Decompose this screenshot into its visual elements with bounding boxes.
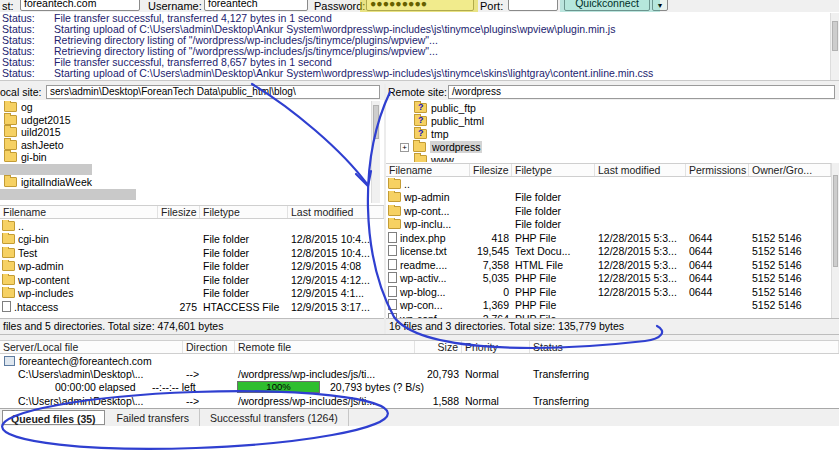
table-row[interactable]: readme....7,358HTML File12/28/2015 5:3..… bbox=[386, 258, 831, 271]
scrollbar-thumb[interactable] bbox=[832, 21, 838, 51]
tree-item[interactable]: gi-bin bbox=[4, 151, 47, 163]
tab-queued-files[interactable]: Queued files (35) bbox=[2, 410, 105, 425]
table-row[interactable]: wp-includesFile folder12/9/2015 4:1... bbox=[0, 286, 384, 299]
password-input[interactable]: ●●●●●●●●● bbox=[366, 0, 474, 11]
file-icon bbox=[388, 299, 397, 310]
tree-item[interactable]: tmp bbox=[414, 128, 449, 140]
filezilla-window: st: foreantech.com Username: foreantech … bbox=[0, 0, 839, 455]
table-row[interactable]: wp-blog...0PHP File12/28/2015 5:3...0644… bbox=[386, 285, 831, 298]
folder-icon bbox=[2, 234, 15, 244]
redacted-item bbox=[0, 189, 136, 200]
folder-icon bbox=[388, 219, 401, 229]
folder-icon bbox=[2, 288, 15, 298]
table-row[interactable]: wp-activ...5,035PHP File12/28/2015 5:3..… bbox=[386, 271, 831, 284]
scrollbar-thumb[interactable] bbox=[373, 105, 379, 139]
remote-list-scrollbar[interactable] bbox=[831, 163, 839, 318]
log-line: Status:Starting upload of C:\Users\admin… bbox=[0, 68, 829, 79]
message-log: Status:File transfer successful, transfe… bbox=[0, 13, 829, 80]
column-header[interactable]: Server/Local file bbox=[0, 341, 183, 353]
log-scrollbar[interactable] bbox=[830, 13, 839, 80]
column-header[interactable]: Size bbox=[415, 341, 462, 353]
time-left: --:--:-- left bbox=[152, 381, 196, 393]
column-header[interactable]: Filename bbox=[386, 164, 470, 176]
host-input[interactable]: foreantech.com bbox=[20, 0, 140, 11]
queue-server-row[interactable]: foreantech@foreantech.com bbox=[0, 354, 839, 367]
table-row[interactable]: cgi-binFile folder12/8/2015 10:4... bbox=[0, 232, 384, 245]
table-row[interactable]: wp-adminFile folder12/9/2015 4:08 bbox=[0, 259, 384, 272]
column-header[interactable]: Last modified bbox=[595, 164, 686, 176]
column-header[interactable]: Filesize bbox=[470, 164, 512, 176]
folder-icon bbox=[4, 115, 17, 125]
file-icon bbox=[388, 286, 397, 297]
column-header[interactable]: Filetype bbox=[200, 206, 288, 218]
queue-transfer-row[interactable]: C:\Users\admin\Desktop\... --> /wordpres… bbox=[0, 394, 839, 407]
local-tree-scrollbar[interactable] bbox=[371, 101, 380, 203]
column-header[interactable]: Filetype bbox=[512, 164, 595, 176]
tree-item[interactable]: og bbox=[4, 101, 33, 113]
table-row[interactable]: TestFile folder12/8/2015 10:4... bbox=[0, 246, 384, 259]
tree-item[interactable]: igitalIndiaWeek bbox=[4, 176, 92, 188]
folder-icon bbox=[388, 206, 401, 216]
table-row[interactable]: .htaccess275HTACCESS File12/9/2015 3:17.… bbox=[0, 300, 384, 313]
column-header[interactable]: Filesize bbox=[158, 206, 200, 218]
column-header[interactable]: Priority bbox=[462, 341, 530, 353]
quickconnect-button[interactable]: Quickconnect bbox=[564, 0, 650, 11]
tree-item[interactable]: public_html bbox=[414, 115, 484, 127]
column-header[interactable]: Status bbox=[530, 341, 839, 353]
table-row[interactable]: wp-con...1,369PHP File5152 5146 bbox=[386, 298, 831, 311]
tab-successful-transfers[interactable]: Successful transfers (1264) bbox=[200, 409, 349, 426]
host-label: st: bbox=[2, 0, 14, 12]
local-tree: og udget2015 uild2015 ashJeeto gi-bin ig… bbox=[0, 101, 371, 203]
tab-failed-transfers[interactable]: Failed transfers bbox=[107, 409, 200, 426]
scrollbar-thumb[interactable] bbox=[833, 175, 838, 267]
remote-tree: public_ftp public_html tmp + wordpress w… bbox=[386, 101, 831, 162]
tree-item[interactable]: public_ftp bbox=[414, 102, 476, 114]
port-input[interactable] bbox=[508, 0, 558, 11]
remote-site-combobox[interactable]: /wordpress bbox=[448, 85, 835, 99]
local-site-combobox[interactable]: sers\admin\Desktop\ForeanTech Data\publi… bbox=[46, 85, 380, 99]
column-header[interactable]: Permissions bbox=[686, 164, 749, 176]
local-site-row: ocal site: sers\admin\Desktop\ForeanTech… bbox=[0, 84, 384, 100]
file-icon bbox=[388, 259, 397, 270]
table-row[interactable]: index.php418PHP File12/28/2015 5:3...064… bbox=[386, 231, 831, 244]
folder-icon bbox=[4, 152, 17, 162]
remote-status-bar: 16 files and 3 directories. Total size: … bbox=[386, 318, 839, 334]
column-header[interactable]: Remote file bbox=[235, 341, 415, 353]
local-site-label: ocal site: bbox=[0, 86, 41, 98]
tree-item-selected[interactable]: + wordpress bbox=[400, 141, 482, 153]
server-icon bbox=[4, 356, 15, 366]
folder-icon bbox=[413, 142, 426, 152]
quickconnect-dropdown-icon[interactable]: ▼ bbox=[652, 0, 668, 11]
username-input[interactable]: foreantech bbox=[204, 0, 308, 11]
username-label: Username: bbox=[148, 0, 202, 12]
tree-item[interactable]: uild2015 bbox=[4, 126, 61, 138]
file-icon bbox=[388, 245, 397, 256]
column-header[interactable]: Direction bbox=[183, 341, 235, 353]
folder-icon bbox=[4, 127, 17, 137]
tree-item[interactable]: ashJeeto bbox=[4, 139, 64, 151]
local-file-list: .. cgi-binFile folder12/8/2015 10:4... T… bbox=[0, 219, 384, 318]
remote-list-header: Filename Filesize Filetype Last modified… bbox=[386, 163, 831, 177]
table-row[interactable]: .. bbox=[0, 219, 384, 232]
tree-expander-icon[interactable]: + bbox=[400, 143, 409, 152]
table-row[interactable]: wp-contentFile folder12/9/2015 4:12... bbox=[0, 273, 384, 286]
queue-tabs: Queued files (35) Failed transfers Succe… bbox=[0, 408, 839, 426]
transfer-queue: foreantech@foreantech.com C:\Users\admin… bbox=[0, 354, 839, 408]
tree-item[interactable]: www bbox=[414, 154, 454, 162]
folder-icon bbox=[2, 221, 15, 231]
column-header[interactable]: Owner/Gro... bbox=[749, 164, 831, 176]
tree-item[interactable]: udget2015 bbox=[4, 114, 71, 126]
queue-header: Server/Local file Direction Remote file … bbox=[0, 340, 839, 354]
table-row[interactable]: license.txt19,545Text Docu...12/28/2015 … bbox=[386, 244, 831, 257]
remote-site-row: Remote site: /wordpress bbox=[386, 84, 839, 100]
remote-site-label: Remote site: bbox=[388, 86, 447, 98]
password-label: Password: bbox=[314, 0, 365, 12]
queue-transfer-row[interactable]: C:\Users\admin\Desktop\... --> /wordpres… bbox=[0, 367, 839, 380]
folder-icon bbox=[388, 179, 401, 189]
column-header[interactable]: Filename bbox=[0, 206, 158, 218]
table-row[interactable]: .. bbox=[386, 177, 831, 190]
column-header[interactable]: Last modified bbox=[288, 206, 384, 218]
table-row[interactable]: wp-adminFile folder bbox=[386, 190, 831, 203]
table-row[interactable]: wp-cont...File folder bbox=[386, 204, 831, 217]
table-row[interactable]: wp-inclu...File folder bbox=[386, 217, 831, 230]
